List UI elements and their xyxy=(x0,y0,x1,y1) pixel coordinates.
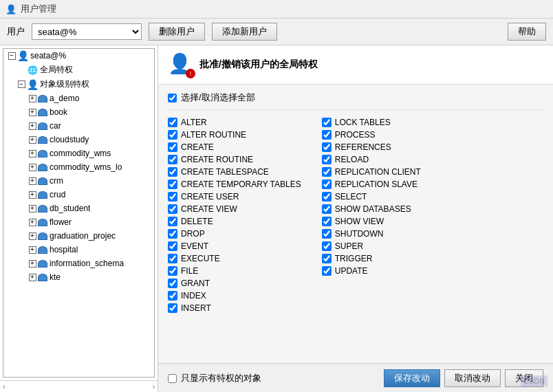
db-expand[interactable]: + xyxy=(27,217,38,228)
perm-checkbox[interactable] xyxy=(322,192,332,202)
perm-label: INDEX xyxy=(181,291,206,301)
perm-checkbox[interactable] xyxy=(168,254,177,263)
db-expand[interactable]: + xyxy=(27,230,38,241)
db-expand[interactable]: + xyxy=(27,203,38,214)
tree-db-item[interactable]: + graduation_projec xyxy=(3,229,154,243)
db-expand[interactable]: + xyxy=(27,175,38,186)
perm-item: GRANT xyxy=(168,278,301,289)
perm-checkbox[interactable] xyxy=(168,279,177,288)
perm-checkbox[interactable] xyxy=(168,291,177,301)
title-icon: 👤 xyxy=(6,4,17,14)
tree-db-item[interactable]: + information_schema xyxy=(3,257,154,270)
perm-checkbox[interactable] xyxy=(168,229,177,239)
tree-global-priv[interactable]: 🌐 全局特权 xyxy=(3,63,154,77)
perm-checkbox[interactable] xyxy=(322,142,332,152)
perm-checkbox[interactable] xyxy=(322,217,332,226)
user-select[interactable]: seata@% xyxy=(32,23,142,40)
db-expand[interactable]: + xyxy=(27,93,38,104)
db-expand[interactable]: + xyxy=(27,148,38,159)
db-label: db_student xyxy=(50,204,90,213)
select-all-row: 选择/取消选择全部 xyxy=(168,91,543,110)
perm-label: EXECUTE xyxy=(181,254,220,263)
perm-checkbox[interactable] xyxy=(168,217,177,226)
root-expand[interactable]: − xyxy=(6,50,17,61)
perm-checkbox[interactable] xyxy=(168,241,177,251)
tree-db-item[interactable]: + crud xyxy=(3,188,154,202)
perm-item: SHOW VIEW xyxy=(322,216,421,227)
perm-checkbox[interactable] xyxy=(168,266,177,276)
perm-checkbox[interactable] xyxy=(322,155,332,164)
user-label: 用户 xyxy=(7,25,25,38)
perm-checkbox[interactable] xyxy=(168,303,177,313)
tree-db-item[interactable]: + flower xyxy=(3,215,154,229)
perm-label: REPLICATION CLIENT xyxy=(335,167,421,177)
perm-label: INSERT xyxy=(181,303,211,313)
perm-checkbox[interactable] xyxy=(168,118,177,127)
perm-label: SUPER xyxy=(335,241,363,251)
db-expand[interactable]: + xyxy=(27,134,38,145)
delete-user-button[interactable]: 删除用户 xyxy=(149,23,205,41)
perm-checkbox[interactable] xyxy=(168,167,177,177)
perm-checkbox[interactable] xyxy=(322,118,332,127)
perm-checkbox[interactable] xyxy=(168,130,177,140)
grant-title: 批准/撤销该用户的全局特权 xyxy=(199,58,318,71)
tree-db-item[interactable]: + hospital xyxy=(3,243,154,257)
scroll-left[interactable]: ‹ xyxy=(3,383,5,391)
tree-db-item[interactable]: + commodity_wms_lo xyxy=(3,160,154,174)
perm-checkbox[interactable] xyxy=(322,229,332,239)
perm-checkbox[interactable] xyxy=(168,155,177,164)
save-button[interactable]: 保存改动 xyxy=(384,369,440,387)
db-icon xyxy=(38,95,47,102)
perm-checkbox[interactable] xyxy=(322,204,332,214)
user-icon: 👤 xyxy=(17,50,28,61)
db-expand[interactable]: + xyxy=(27,107,38,118)
cancel-button[interactable]: 取消改动 xyxy=(444,369,501,387)
db-expand[interactable]: + xyxy=(27,120,38,131)
db-label: information_schema xyxy=(50,259,124,268)
perm-checkbox[interactable] xyxy=(322,241,332,251)
perm-item: CREATE TEMPORARY TABLES xyxy=(168,179,301,190)
perm-checkbox[interactable] xyxy=(168,142,177,152)
select-all-checkbox[interactable] xyxy=(168,94,177,102)
object-expand[interactable]: − xyxy=(16,79,27,90)
sidebar-tree[interactable]: − 👤 seata@% 🌐 全局特权 − 👤 对象级别特权 xyxy=(3,48,155,378)
perm-checkbox[interactable] xyxy=(168,204,177,214)
perm-checkbox[interactable] xyxy=(322,254,332,263)
db-expand[interactable]: + xyxy=(27,258,38,269)
db-icon xyxy=(38,274,47,281)
permissions-left: ALTER ALTER ROUTINE CREATE CREATE ROUTIN… xyxy=(168,117,301,314)
perm-checkbox[interactable] xyxy=(322,266,332,276)
help-button[interactable]: 帮助 xyxy=(508,23,546,41)
tree-db-item[interactable]: + cloudstudy xyxy=(3,133,154,146)
tree-db-item[interactable]: + a_demo xyxy=(3,91,154,105)
perm-label: LOCK TABLES xyxy=(335,118,391,127)
perm-label: CREATE TABLESPACE xyxy=(181,167,269,177)
perm-checkbox[interactable] xyxy=(322,130,332,140)
tree-db-item[interactable]: + db_student xyxy=(3,202,154,215)
tree-db-item[interactable]: + commodity_wms xyxy=(3,146,154,160)
show-priv-only-checkbox[interactable] xyxy=(168,374,177,383)
db-expand[interactable]: + xyxy=(27,189,38,200)
db-expand[interactable]: + xyxy=(27,272,38,283)
perm-checkbox[interactable] xyxy=(168,192,177,202)
tree-object-priv[interactable]: − 👤 对象级别特权 xyxy=(3,77,154,91)
tree-db-item[interactable]: + book xyxy=(3,105,154,119)
perm-label: DELETE xyxy=(181,217,213,226)
tree-db-item[interactable]: + car xyxy=(3,119,154,133)
db-icon xyxy=(38,219,47,226)
db-expand[interactable]: + xyxy=(27,162,38,173)
tree-db-item[interactable]: + crm xyxy=(3,174,154,188)
perm-label: SHUTDOWN xyxy=(335,229,384,239)
scroll-right[interactable]: › xyxy=(153,383,155,391)
perm-checkbox[interactable] xyxy=(322,179,332,189)
add-user-button[interactable]: 添加新用户 xyxy=(212,23,277,41)
tree-root-user[interactable]: − 👤 seata@% xyxy=(3,49,154,63)
db-expand[interactable]: + xyxy=(27,244,38,255)
db-label: graduation_projec xyxy=(50,231,116,241)
db-label: kte xyxy=(50,272,61,282)
perm-checkbox[interactable] xyxy=(322,167,332,177)
perm-label: CREATE ROUTINE xyxy=(181,155,253,164)
perm-checkbox[interactable] xyxy=(168,179,177,189)
db-icon xyxy=(38,136,47,144)
tree-db-item[interactable]: + kte xyxy=(3,270,154,284)
